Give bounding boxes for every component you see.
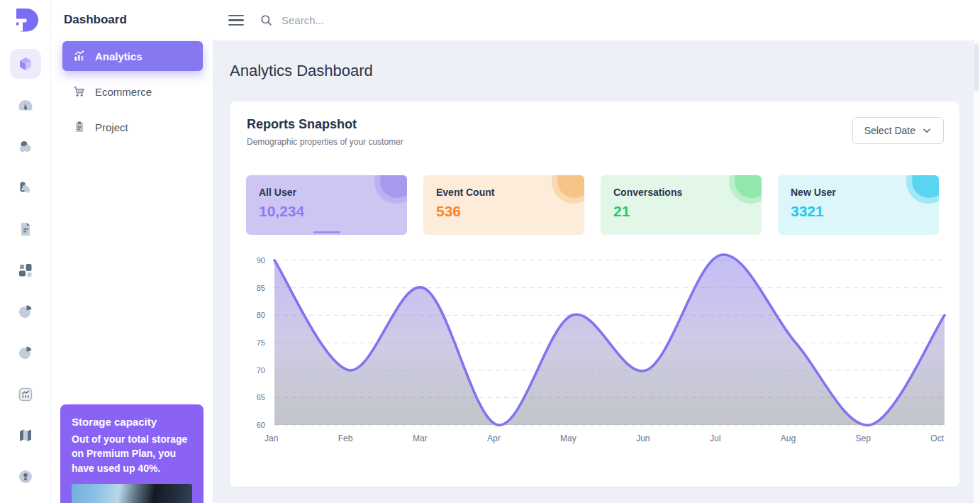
cart-icon bbox=[72, 84, 87, 99]
donut-chart-icon bbox=[17, 344, 34, 361]
stat-card-conversations[interactable]: Conversations 21 bbox=[601, 175, 762, 235]
map-icon bbox=[17, 427, 34, 444]
search-input[interactable] bbox=[282, 14, 966, 26]
reports-snapshot-card: Reports Snapshot Demographic properties … bbox=[230, 101, 959, 487]
y-axis-label: 75 bbox=[257, 338, 265, 347]
rail-item-donut-chart[interactable] bbox=[10, 338, 41, 367]
main-area: Analytics Dashboard Reports Snapshot Dem… bbox=[213, 0, 980, 503]
search-icon bbox=[260, 13, 273, 27]
rail-item-map[interactable] bbox=[10, 421, 41, 451]
pie-chart-icon bbox=[17, 303, 34, 320]
x-axis-label: Sep bbox=[856, 433, 871, 443]
stat-label: All User bbox=[259, 187, 394, 198]
y-axis-label: 85 bbox=[257, 284, 265, 292]
sidebar-item-label: Project bbox=[95, 121, 128, 133]
document-icon bbox=[17, 221, 34, 238]
rail-item-pie-chart[interactable] bbox=[10, 297, 41, 326]
analytics-chart-icon bbox=[72, 49, 87, 63]
rail-item-dashboard[interactable] bbox=[10, 49, 41, 79]
chart-y-axis: 90858075706560 bbox=[247, 260, 268, 425]
x-axis-label: Apr bbox=[487, 433, 501, 443]
sidebar: Dashboard Analytics Ecommerce bbox=[51, 0, 213, 503]
x-axis-label: May bbox=[560, 433, 577, 443]
x-axis-label: Aug bbox=[781, 433, 796, 443]
chart-svg bbox=[274, 260, 945, 425]
stat-card-event-count[interactable]: Event Count 536 bbox=[423, 175, 584, 235]
content: Analytics Dashboard Reports Snapshot Dem… bbox=[213, 40, 980, 503]
sidebar-item-label: Ecommerce bbox=[95, 86, 152, 98]
page-title: Analytics Dashboard bbox=[230, 62, 959, 80]
stat-value: 3321 bbox=[791, 203, 926, 220]
stat-card-new-user[interactable]: New User 3321 bbox=[778, 175, 939, 235]
stat-value: 21 bbox=[613, 203, 749, 220]
select-date-button[interactable]: Select Date bbox=[852, 117, 944, 144]
x-axis-label: Jul bbox=[710, 433, 720, 443]
y-axis-label: 90 bbox=[257, 256, 265, 265]
select-date-label: Select Date bbox=[864, 125, 915, 136]
stat-label: New User bbox=[791, 187, 926, 198]
report-card-title: Reports Snapshot bbox=[247, 117, 403, 132]
stat-label: Event Count bbox=[436, 187, 572, 198]
chevron-down-icon bbox=[922, 126, 932, 136]
sidebar-item-label: Analytics bbox=[95, 50, 143, 62]
icon-rail bbox=[0, 0, 51, 503]
dashboard-cube-icon bbox=[17, 55, 34, 72]
sidebar-menu: Analytics Ecommerce Project bbox=[62, 41, 203, 142]
stats-icon bbox=[17, 386, 34, 403]
rail-item-badge[interactable] bbox=[10, 462, 41, 492]
logo-icon bbox=[11, 6, 40, 36]
x-axis-label: Jun bbox=[636, 433, 650, 443]
sidebar-item-ecommerce[interactable]: Ecommerce bbox=[62, 77, 203, 106]
y-axis-label: 70 bbox=[257, 366, 265, 375]
clipboard-icon bbox=[72, 120, 87, 134]
rail-item-stats[interactable] bbox=[10, 380, 41, 409]
x-axis-label: Mar bbox=[413, 433, 428, 443]
sidebar-item-analytics[interactable]: Analytics bbox=[62, 41, 203, 71]
rail-item-users[interactable] bbox=[10, 132, 41, 162]
report-card-subtitle: Demographic properties of your customer bbox=[247, 137, 403, 147]
rail-item-documents[interactable] bbox=[10, 214, 41, 244]
storage-card-body: Out of your total storage on Premium Pla… bbox=[72, 432, 192, 475]
rail-item-swatches[interactable] bbox=[10, 173, 41, 203]
chart-plot bbox=[274, 260, 945, 425]
stats-row: All User 10,234 Event Count 536 Conversa… bbox=[246, 175, 939, 235]
sidebar-title: Dashboard bbox=[64, 13, 203, 27]
app-logo[interactable] bbox=[10, 6, 41, 36]
stat-value: 536 bbox=[436, 203, 572, 220]
widgets-icon bbox=[17, 262, 34, 279]
searchbox bbox=[260, 13, 966, 27]
stat-label: Conversations bbox=[613, 187, 749, 198]
menu-toggle-button[interactable] bbox=[228, 12, 244, 29]
x-axis-label: Jan bbox=[265, 433, 278, 443]
chart-x-axis: JanFebMarAprMayJunJulAugSepOct bbox=[265, 433, 944, 443]
users-icon bbox=[17, 138, 34, 155]
swatches-icon bbox=[17, 179, 34, 197]
stat-value: 10,234 bbox=[259, 203, 394, 220]
storage-card-title: Storage capacity bbox=[72, 416, 192, 428]
x-axis-label: Feb bbox=[338, 433, 353, 443]
storage-capacity-card[interactable]: Storage capacity Out of your total stora… bbox=[60, 404, 204, 503]
y-axis-label: 60 bbox=[257, 421, 265, 429]
rail-item-widgets[interactable] bbox=[10, 255, 41, 285]
scrollbar-thumb[interactable] bbox=[974, 43, 979, 92]
badge-icon bbox=[17, 468, 34, 485]
storage-card-photo bbox=[72, 484, 192, 503]
x-axis-label: Oct bbox=[930, 433, 944, 443]
active-stat-indicator bbox=[313, 231, 340, 233]
y-axis-label: 80 bbox=[257, 311, 265, 319]
area-chart: 90858075706560 bbox=[241, 260, 944, 425]
y-axis-label: 65 bbox=[257, 393, 265, 402]
gauge-icon bbox=[17, 96, 34, 114]
sidebar-item-project[interactable]: Project bbox=[62, 112, 203, 142]
stat-card-all-user[interactable]: All User 10,234 bbox=[246, 175, 407, 235]
topbar bbox=[213, 0, 980, 40]
rail-item-performance[interactable] bbox=[10, 90, 41, 120]
scrollbar[interactable] bbox=[974, 40, 980, 503]
